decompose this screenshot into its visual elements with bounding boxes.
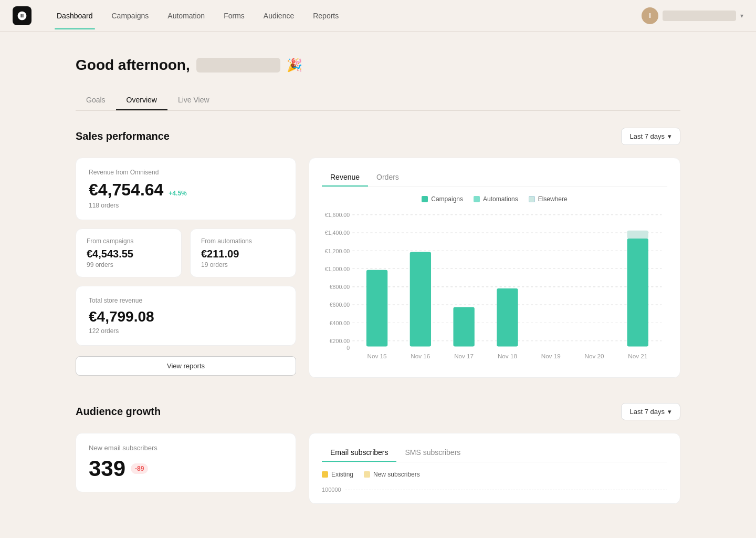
tab-overview[interactable]: Overview bbox=[116, 90, 167, 110]
svg-text:0: 0 bbox=[346, 345, 350, 351]
campaigns-label: From campaigns bbox=[87, 237, 171, 245]
revenue-orders: 118 orders bbox=[89, 202, 283, 209]
legend-campaigns: Campaigns bbox=[422, 195, 463, 203]
logo-icon bbox=[17, 11, 27, 21]
bar-nov15 bbox=[366, 270, 387, 347]
greeting-name-placeholder bbox=[196, 58, 280, 73]
chart-tabs: Revenue Orders bbox=[322, 169, 667, 187]
nav-reports[interactable]: Reports bbox=[304, 7, 347, 24]
user-menu-chevron[interactable]: ▾ bbox=[740, 12, 743, 19]
campaigns-card: From campaigns €4,543.55 99 orders bbox=[76, 229, 182, 277]
nav-links: Dashboard Campaigns Automation Forms Aud… bbox=[48, 7, 642, 24]
svg-text:€1,200.00: €1,200.00 bbox=[325, 248, 350, 254]
legend-elsewhere: Elsewhere bbox=[529, 195, 568, 203]
audience-tab-email[interactable]: Email subscribers bbox=[322, 444, 396, 462]
store-orders: 122 orders bbox=[89, 327, 283, 335]
audience-period-dropdown[interactable]: Last 7 days ▾ bbox=[621, 403, 681, 420]
revenue-main: €4,754.64 +4.5% bbox=[89, 180, 283, 200]
chart-legend: Campaigns Automations Elsewhere bbox=[322, 195, 667, 203]
audience-period-label: Last 7 days bbox=[630, 408, 665, 416]
new-subscribers-value: 339 bbox=[89, 456, 125, 481]
store-main: €4,799.08 bbox=[89, 308, 283, 325]
bar-nov16 bbox=[410, 252, 431, 346]
store-value: €4,799.08 bbox=[89, 308, 154, 325]
legend-existing-label: Existing bbox=[331, 471, 353, 478]
nav-forms[interactable]: Forms bbox=[215, 7, 253, 24]
nav-dashboard[interactable]: Dashboard bbox=[48, 7, 101, 24]
bar-chart-container: €1,600.00 €1,400.00 €1,200.00 €1,000.00 … bbox=[322, 209, 667, 367]
audience-left: New email subscribers 339 -89 bbox=[76, 433, 296, 492]
legend-automations: Automations bbox=[474, 195, 518, 203]
tab-live-view[interactable]: Live View bbox=[167, 90, 220, 110]
new-subscribers-card: New email subscribers 339 -89 bbox=[76, 433, 296, 492]
audience-period-chevron: ▾ bbox=[668, 408, 671, 416]
user-name-bar bbox=[663, 11, 736, 21]
legend-elsewhere-dot bbox=[529, 196, 535, 202]
svg-text:Nov 19: Nov 19 bbox=[541, 353, 561, 359]
legend-automations-label: Automations bbox=[483, 195, 518, 203]
audience-grid: New email subscribers 339 -89 Email subs… bbox=[76, 433, 680, 504]
audience-chart-y: 100000 bbox=[322, 484, 667, 493]
nav-automation[interactable]: Automation bbox=[159, 7, 213, 24]
audience-y-label: 100000 bbox=[322, 487, 341, 493]
revenue-card: Revenue from Omnisend €4,754.64 +4.5% 11… bbox=[76, 158, 296, 220]
new-subscribers-label: New email subscribers bbox=[89, 444, 283, 452]
greeting-text: Good afternoon, bbox=[76, 57, 190, 74]
store-label: Total store revenue bbox=[89, 297, 283, 304]
revenue-change: +4.5% bbox=[169, 190, 186, 197]
campaigns-automations-row: From campaigns €4,543.55 99 orders From … bbox=[76, 229, 296, 277]
user-avatar[interactable]: I bbox=[642, 7, 658, 24]
campaigns-value: €4,543.55 bbox=[87, 248, 171, 260]
automations-card: From automations €211.09 19 orders bbox=[190, 229, 296, 277]
legend-new-subscribers: New subscribers bbox=[364, 471, 420, 478]
navbar: Dashboard Campaigns Automation Forms Aud… bbox=[0, 0, 756, 32]
svg-text:Nov 21: Nov 21 bbox=[628, 353, 647, 359]
navbar-right: I ▾ bbox=[642, 7, 743, 24]
bar-nov21-elsewhere bbox=[627, 231, 648, 239]
audience-section-header: Audience growth Last 7 days ▾ bbox=[76, 403, 680, 420]
bar-nov18 bbox=[497, 288, 518, 346]
chart-tab-orders[interactable]: Orders bbox=[368, 169, 407, 187]
legend-campaigns-label: Campaigns bbox=[431, 195, 463, 203]
new-subscribers-main: 339 -89 bbox=[89, 456, 283, 481]
sales-period-dropdown[interactable]: Last 7 days ▾ bbox=[621, 128, 681, 145]
view-reports-button[interactable]: View reports bbox=[76, 356, 296, 376]
store-revenue-card: Total store revenue €4,799.08 122 orders bbox=[76, 286, 296, 346]
legend-new-subscribers-label: New subscribers bbox=[373, 471, 420, 478]
metrics-col: Revenue from Omnisend €4,754.64 +4.5% 11… bbox=[76, 158, 296, 376]
greeting: Good afternoon, 🎉 bbox=[76, 57, 680, 74]
svg-text:€200.00: €200.00 bbox=[330, 338, 350, 344]
logo[interactable] bbox=[13, 6, 32, 25]
svg-text:Nov 18: Nov 18 bbox=[498, 353, 517, 359]
nav-audience[interactable]: Audience bbox=[255, 7, 302, 24]
legend-elsewhere-label: Elsewhere bbox=[538, 195, 568, 203]
audience-tab-sms[interactable]: SMS subscribers bbox=[396, 444, 469, 462]
svg-text:Nov 17: Nov 17 bbox=[454, 353, 474, 359]
main-content: Good afternoon, 🎉 Goals Overview Live Vi… bbox=[63, 32, 693, 535]
svg-text:€800.00: €800.00 bbox=[330, 284, 350, 290]
sales-grid: Revenue from Omnisend €4,754.64 +4.5% 11… bbox=[76, 158, 680, 378]
sales-section-header: Sales performance Last 7 days ▾ bbox=[76, 128, 680, 145]
bar-nov21-main bbox=[627, 239, 648, 347]
svg-text:€1,400.00: €1,400.00 bbox=[325, 230, 350, 236]
tab-goals[interactable]: Goals bbox=[76, 90, 116, 110]
party-emoji: 🎉 bbox=[287, 58, 302, 73]
audience-title: Audience growth bbox=[76, 406, 161, 418]
sales-period-label: Last 7 days bbox=[630, 132, 665, 140]
nav-campaigns[interactable]: Campaigns bbox=[103, 7, 158, 24]
legend-campaigns-dot bbox=[422, 196, 428, 202]
revenue-chart-panel: Revenue Orders Campaigns Automations Els… bbox=[309, 158, 680, 378]
revenue-label: Revenue from Omnisend bbox=[89, 169, 283, 176]
legend-new-subscribers-dot bbox=[364, 471, 370, 478]
svg-text:€1,000.00: €1,000.00 bbox=[325, 266, 350, 272]
legend-automations-dot bbox=[474, 196, 480, 202]
svg-text:Nov 16: Nov 16 bbox=[411, 353, 430, 359]
automations-label: From automations bbox=[201, 237, 285, 245]
bar-nov17 bbox=[453, 307, 474, 346]
chart-tab-revenue[interactable]: Revenue bbox=[322, 169, 368, 187]
audience-section: Audience growth Last 7 days ▾ New email … bbox=[76, 403, 680, 504]
new-subscribers-badge: -89 bbox=[131, 463, 148, 474]
campaigns-orders: 99 orders bbox=[87, 261, 171, 268]
svg-text:€1,600.00: €1,600.00 bbox=[325, 212, 350, 218]
automations-value: €211.09 bbox=[201, 248, 285, 260]
